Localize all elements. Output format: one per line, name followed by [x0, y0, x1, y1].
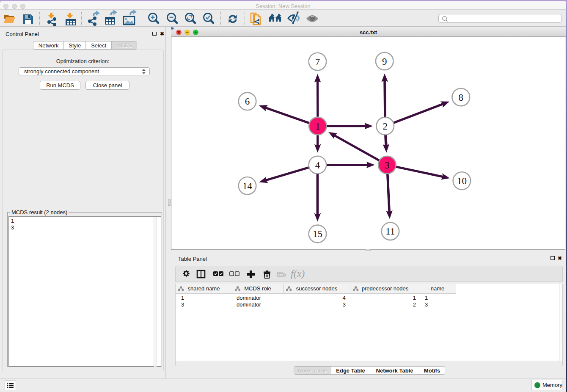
svg-text:4: 4: [315, 160, 320, 171]
svg-text:8: 8: [459, 92, 464, 103]
svg-text:3: 3: [385, 160, 390, 171]
svg-text:15: 15: [313, 229, 322, 239]
svg-text:11: 11: [385, 226, 395, 237]
svg-text:7: 7: [315, 57, 320, 67]
svg-text:1: 1: [315, 121, 320, 132]
svg-text:14: 14: [242, 181, 253, 191]
svg-text:6: 6: [245, 96, 250, 107]
svg-text:9: 9: [382, 56, 387, 67]
svg-text:10: 10: [457, 176, 467, 186]
svg-text:2: 2: [383, 121, 388, 132]
